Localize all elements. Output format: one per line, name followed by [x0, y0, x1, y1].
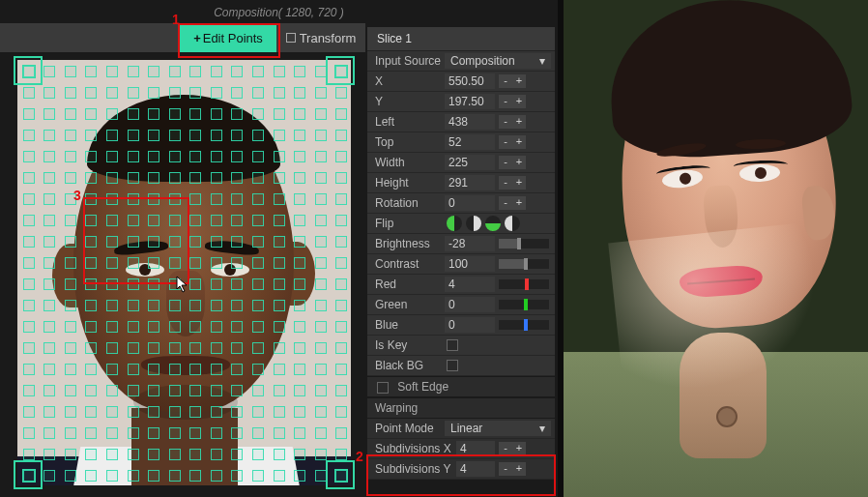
red-slider[interactable] — [499, 279, 549, 289]
flip-h-icon[interactable] — [466, 216, 481, 231]
contrast-field[interactable]: 100 — [445, 256, 495, 272]
brightness-slider[interactable] — [499, 239, 549, 248]
subdiv-x-stepper[interactable]: -+ — [499, 442, 526, 455]
subdiv-y-stepper[interactable]: -+ — [499, 462, 526, 476]
corner-handle-br[interactable] — [326, 460, 355, 489]
blue-slider[interactable] — [499, 320, 549, 330]
properties-panel: Slice 1 Input Source Composition ▾ X 550… — [367, 27, 555, 480]
blue-field[interactable]: 0 — [445, 317, 495, 333]
contrast-slider[interactable] — [499, 259, 549, 269]
annotation-label-3: 3 — [73, 188, 81, 203]
corner-handle-tl[interactable] — [14, 56, 43, 85]
row-contrast: Contrast 100 — [367, 254, 555, 275]
warp-canvas[interactable]: 3 — [17, 60, 351, 485]
soft-edge-section[interactable]: Soft Edge — [367, 376, 555, 397]
row-flip: Flip — [367, 214, 555, 234]
top-stepper[interactable]: -+ — [499, 135, 526, 149]
row-rotation: Rotation 0 -+ — [367, 193, 555, 214]
flip-none-icon[interactable] — [447, 216, 462, 231]
flip-both-icon[interactable] — [505, 216, 520, 231]
x-stepper[interactable]: -+ — [499, 74, 526, 88]
edit-points-button[interactable]: + Edit Points — [180, 23, 276, 52]
black-bg-checkbox[interactable] — [447, 360, 458, 371]
top-field[interactable]: 52 — [445, 134, 495, 150]
edit-points-label: Edit Points — [203, 31, 263, 45]
green-slider[interactable] — [499, 300, 549, 309]
y-field[interactable]: 197.50 — [445, 94, 495, 109]
plus-icon: + — [193, 31, 201, 45]
row-height: Height 291 -+ — [367, 173, 555, 193]
x-field[interactable]: 550.50 — [445, 73, 495, 89]
row-is-key: Is Key — [367, 336, 555, 356]
result-photo — [564, 0, 868, 497]
left-stepper[interactable]: -+ — [499, 115, 526, 129]
rotation-field[interactable]: 0 — [445, 195, 495, 211]
row-subdiv-y: Subdivisions Y 4 -+ — [367, 459, 555, 480]
source-image — [17, 60, 351, 485]
height-field[interactable]: 291 — [445, 175, 495, 190]
red-field[interactable]: 4 — [445, 277, 495, 292]
warping-section[interactable]: Warping — [367, 397, 555, 419]
row-point-mode: Point Mode Linear ▾ — [367, 419, 555, 439]
height-stepper[interactable]: -+ — [499, 176, 526, 190]
row-y: Y 197.50 -+ — [367, 92, 555, 112]
left-field[interactable]: 438 — [445, 114, 495, 130]
row-x: X 550.50 -+ — [367, 72, 555, 92]
row-left: Left 438 -+ — [367, 112, 555, 132]
composition-title: Composition( 1280, 720 ) — [0, 0, 558, 23]
width-field[interactable]: 225 — [445, 155, 495, 170]
y-stepper[interactable]: -+ — [499, 95, 526, 108]
subdiv-x-field[interactable]: 4 — [456, 441, 495, 456]
row-red: Red 4 — [367, 275, 555, 295]
row-input-source: Input Source Composition ▾ — [367, 51, 555, 72]
point-mode-select[interactable]: Linear ▾ — [445, 421, 551, 436]
toolbar-spacer — [0, 23, 180, 52]
flip-v-icon[interactable] — [485, 216, 501, 231]
is-key-checkbox[interactable] — [447, 339, 458, 351]
brightness-field[interactable]: -28 — [445, 236, 495, 251]
green-field[interactable]: 0 — [445, 297, 495, 312]
row-black-bg: Black BG — [367, 356, 555, 376]
corner-handle-tr[interactable] — [326, 56, 355, 85]
width-stepper[interactable]: -+ — [499, 156, 526, 169]
chevron-down-icon: ▾ — [539, 54, 545, 68]
soft-edge-checkbox[interactable] — [377, 382, 389, 394]
transform-button[interactable]: Transform — [276, 23, 365, 52]
annotation-label-2: 2 — [356, 449, 363, 464]
input-source-select[interactable]: Composition ▾ — [445, 53, 551, 69]
row-subdiv-x: Subdivisions X 4 -+ — [367, 439, 555, 459]
rotation-stepper[interactable]: -+ — [499, 196, 526, 210]
row-blue: Blue 0 — [367, 315, 555, 336]
subdiv-y-field[interactable]: 4 — [456, 461, 495, 477]
row-brightness: Brightness -28 — [367, 234, 555, 254]
row-width: Width 225 -+ — [367, 153, 555, 173]
row-top: Top 52 -+ — [367, 132, 555, 153]
transform-icon — [286, 33, 296, 43]
slice-title: Slice 1 — [367, 27, 555, 51]
corner-handle-bl[interactable] — [14, 460, 43, 489]
chevron-down-icon: ▾ — [539, 422, 545, 435]
transform-label: Transform — [300, 31, 357, 45]
row-green: Green 0 — [367, 295, 555, 315]
editor-panel: Composition( 1280, 720 ) + Edit Points T… — [0, 0, 558, 497]
annotation-label-1: 1 — [172, 12, 180, 27]
